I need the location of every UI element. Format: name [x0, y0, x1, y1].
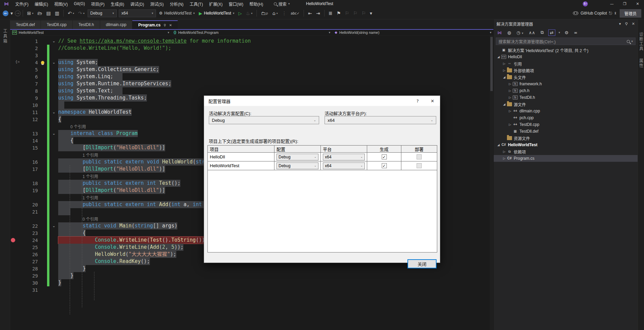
tree-item-Program-cs[interactable]: ▷C#Program.cs [494, 155, 638, 162]
fold-marker[interactable]: ⌄ [49, 60, 58, 65]
expander-icon[interactable]: ▷ [502, 62, 507, 65]
tree-item--[interactable]: ▷外部依赖项 [494, 67, 638, 74]
code-line-8[interactable]: 8using System.Text; [10, 87, 493, 94]
breakpoint-margin[interactable] [10, 87, 22, 94]
pin-icon[interactable]: ⚲ [163, 23, 166, 27]
project-platform-combo[interactable]: x64⌄ [323, 162, 365, 169]
deploy-checkbox[interactable] [417, 163, 422, 168]
share-icon[interactable]: ⎋ [609, 11, 612, 16]
tab-testdll-def[interactable]: TestDll.def [10, 20, 41, 29]
deploy-checkbox[interactable] [417, 154, 422, 159]
dialog-help-button[interactable]: ? [410, 96, 425, 106]
breakpoint-margin[interactable] [10, 73, 22, 80]
breakpoint-margin[interactable] [10, 237, 22, 244]
editor-scrollbar[interactable] [490, 36, 493, 330]
quick-search-box[interactable]: 搜索 ▾ [271, 1, 293, 7]
start-without-debugging-button[interactable]: ▷ [237, 10, 244, 17]
menu-item-W[interactable]: 窗口(W) [226, 0, 246, 7]
bookmark-overflow[interactable]: ▾ [368, 9, 374, 17]
dialog-close-button[interactable]: 关闭 [407, 259, 437, 268]
breakpoint-margin[interactable] [10, 123, 22, 130]
code-line-31[interactable]: 31 [10, 286, 493, 293]
codelens-references[interactable]: 1 个引用 [58, 173, 98, 179]
fold-marker[interactable]: ⌄ [49, 110, 58, 114]
breakpoint-margin[interactable] [10, 244, 22, 251]
clear-bookmarks-button[interactable]: ⚐ [360, 9, 368, 17]
undo-button[interactable]: ↶▾ [66, 9, 76, 17]
previous-bookmark-button[interactable]: ⚐ [343, 9, 351, 17]
menu-item-X[interactable]: 扩展(X) [206, 0, 226, 7]
menu-item-H[interactable]: 帮助(H) [246, 0, 266, 7]
dialog-title-bar[interactable]: 配置管理器 ? ✕ [204, 96, 440, 106]
tree-item-framework-h[interactable]: ▷hframework.h [494, 81, 638, 87]
minimize-button[interactable]: — [605, 0, 618, 7]
expander-icon[interactable]: ▷ [507, 96, 513, 99]
fold-marker[interactable]: ⌄ [49, 131, 58, 136]
vertical-tab-属性[interactable]: 属性 [638, 59, 644, 68]
expander-icon[interactable]: ◢ [502, 103, 507, 106]
solution-explorer-search-box[interactable]: 搜索解决方案资源管理器(Ctrl+;) ▾ [496, 38, 636, 45]
menu-item-F[interactable]: 文件(F) [12, 0, 31, 7]
tree-item-HelloDll[interactable]: ◢++HelloDll [494, 53, 638, 60]
lightbulb-icon[interactable] [41, 61, 44, 64]
breakpoint-margin[interactable] [10, 194, 22, 201]
breadcrumb-item-2[interactable]: ◆HelloWorld(string name)▾ [332, 30, 493, 35]
code-line-5[interactable]: 5using System.Collections.Generic; [10, 66, 493, 73]
breakpoint-margin[interactable] [10, 151, 22, 158]
tree-item--[interactable]: 资源文件 [494, 135, 638, 141]
sync-dropdown-icon[interactable]: ▾ [559, 31, 560, 34]
breakpoint-margin[interactable] [10, 279, 22, 286]
open-files-filter-icon[interactable]: ◷ ▾ [515, 30, 524, 36]
active-config-combo[interactable]: Debug⌄ [209, 116, 319, 124]
breakpoint-margin[interactable] [10, 208, 22, 215]
navigate-forward-button[interactable]: → [15, 10, 21, 16]
breakpoint-margin[interactable] [10, 187, 22, 194]
breakpoint-icon[interactable] [11, 238, 15, 242]
properties-wrench-icon[interactable]: ⚙ [563, 30, 570, 36]
vertical-tab-诊断工具[interactable]: 诊断工具 [638, 32, 644, 51]
fold-marker[interactable]: ⌄ [49, 224, 58, 228]
breakpoint-margin[interactable] [10, 116, 22, 123]
breakpoint-margin[interactable] [10, 201, 22, 208]
breakpoint-margin[interactable] [10, 45, 22, 52]
codelens-references[interactable]: 1 个引用 [58, 195, 98, 200]
breadcrumb-item-0[interactable]: C#HelloWorldTest▾ [10, 30, 171, 35]
breakpoint-margin[interactable] [10, 158, 22, 166]
code-line-6[interactable]: 6using System.Linq; [10, 73, 493, 80]
close-button[interactable]: ✕ [631, 0, 644, 7]
tree-item-TestDll-h[interactable]: ▷hTestDll.h [494, 94, 638, 101]
solution-platform-combo[interactable]: x64▾ [119, 9, 156, 17]
restore-button[interactable]: ❐ [618, 0, 631, 7]
expander-icon[interactable]: ▷ [507, 89, 513, 92]
tree-item--[interactable]: ◢头文件 [494, 74, 638, 81]
tab-testdll-h[interactable]: TestDll.h [73, 20, 100, 29]
tree-item-pch-cpp[interactable]: ++pch.cpp [494, 114, 638, 121]
build-checkbox[interactable]: ✓ [382, 163, 387, 168]
breakpoint-margin[interactable] [10, 144, 22, 151]
active-platform-combo[interactable]: x64⌄ [325, 116, 436, 124]
code-line-2[interactable]: 2//Console.WriteLine("Hello, World!"); [10, 45, 493, 52]
line-revision-button[interactable]: ≣ [327, 9, 334, 17]
expander-icon[interactable]: ◢ [496, 143, 501, 147]
breakpoint-margin[interactable] [10, 180, 22, 187]
add-user-icon[interactable]: 🯅 [614, 11, 616, 16]
toolbar-overflow-handle[interactable]: ⋮ [280, 9, 288, 17]
open-file-button[interactable]: 🗁 [36, 9, 44, 17]
breakpoint-margin[interactable] [10, 215, 22, 222]
tree-item-TestDll-cpp[interactable]: ▷++TestDll.cpp [494, 121, 638, 128]
breakpoint-margin[interactable] [10, 52, 22, 59]
breakpoint-margin[interactable] [10, 137, 22, 144]
code-line-29[interactable]: 29 } [10, 272, 493, 279]
toggle-bookmark-button[interactable]: ⚑ [335, 9, 342, 17]
breakpoint-margin[interactable]: {▫ [10, 59, 22, 66]
tree-item-pch-h[interactable]: ▷hpch.h [494, 87, 638, 94]
tree-item-dllmain-cpp[interactable]: ▷++dllmain.cpp [494, 108, 638, 114]
breakpoint-margin[interactable] [10, 166, 22, 173]
pending-changes-filter-icon[interactable]: ◍ [506, 30, 512, 36]
find-in-files-button[interactable]: 🗀⌕ [259, 9, 270, 17]
pin-icon[interactable]: ⚲ [625, 22, 628, 26]
breakpoint-margin[interactable] [10, 38, 22, 45]
breakpoint-margin[interactable] [10, 102, 22, 109]
expander-icon[interactable]: ▷ [502, 157, 507, 160]
menu-item-S[interactable]: 测试(S) [147, 0, 167, 7]
